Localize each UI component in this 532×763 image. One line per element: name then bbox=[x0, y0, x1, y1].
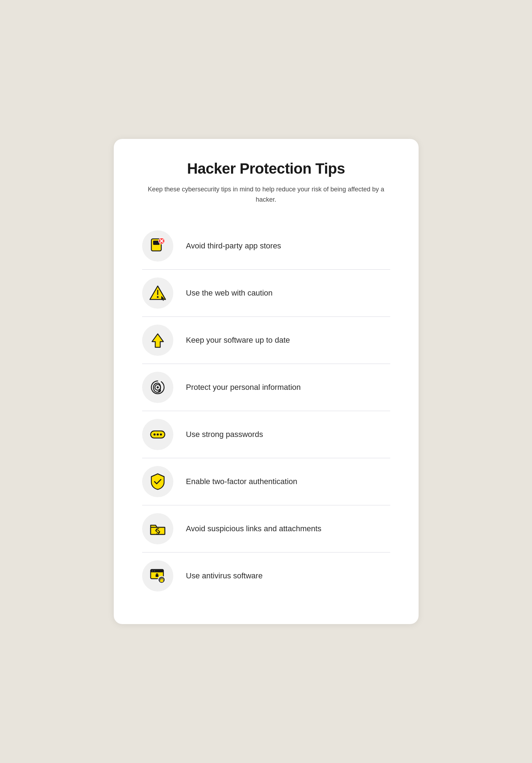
tip-item-two-factor: Enable two-factor authentication bbox=[142, 458, 390, 505]
svg-point-20 bbox=[152, 570, 153, 571]
tip-item-use-web-caution: Use the web with caution bbox=[142, 270, 390, 317]
card-title: Hacker Protection Tips bbox=[142, 160, 390, 177]
app-block-icon bbox=[142, 230, 173, 262]
svg-rect-22 bbox=[156, 574, 158, 577]
tip-item-protect-personal: Protect your personal information bbox=[142, 364, 390, 411]
tip-item-software-update: Keep your software up to date bbox=[142, 317, 390, 364]
update-icon bbox=[142, 325, 173, 356]
shield-check-icon bbox=[142, 466, 173, 497]
tip-label-strong-passwords: Use strong passwords bbox=[186, 430, 263, 439]
tips-list: Avoid third-party app stores Use the web… bbox=[142, 223, 390, 599]
web-caution-icon bbox=[142, 277, 173, 309]
svg-rect-24 bbox=[160, 580, 163, 582]
svg-marker-10 bbox=[152, 334, 163, 347]
folder-lock-icon bbox=[142, 513, 173, 544]
tip-label-protect-personal: Protect your personal information bbox=[186, 383, 301, 392]
svg-point-8 bbox=[157, 296, 158, 298]
svg-point-16 bbox=[160, 433, 162, 436]
tip-label-two-factor: Enable two-factor authentication bbox=[186, 477, 297, 486]
card-subtitle: Keep these cybersecurity tips in mind to… bbox=[142, 184, 390, 205]
tip-label-suspicious-links: Avoid suspicious links and attachments bbox=[186, 524, 321, 533]
antivirus-icon bbox=[142, 560, 173, 591]
tip-item-antivirus: Use antivirus software bbox=[142, 552, 390, 599]
svg-point-12 bbox=[157, 386, 159, 388]
tip-item-avoid-third-party: Avoid third-party app stores bbox=[142, 223, 390, 270]
svg-point-21 bbox=[154, 570, 155, 571]
tip-label-avoid-third-party: Avoid third-party app stores bbox=[186, 241, 281, 251]
fingerprint-icon bbox=[142, 372, 173, 403]
tip-item-suspicious-links: Avoid suspicious links and attachments bbox=[142, 505, 390, 552]
tip-item-strong-passwords: Use strong passwords bbox=[142, 411, 390, 458]
main-card: Hacker Protection Tips Keep these cybers… bbox=[114, 139, 419, 624]
password-icon bbox=[142, 419, 173, 450]
tip-label-use-web-caution: Use the web with caution bbox=[186, 288, 273, 298]
tip-label-antivirus: Use antivirus software bbox=[186, 571, 263, 580]
svg-point-14 bbox=[153, 433, 156, 436]
svg-point-15 bbox=[157, 433, 159, 436]
tip-label-software-update: Keep your software up to date bbox=[186, 336, 290, 345]
